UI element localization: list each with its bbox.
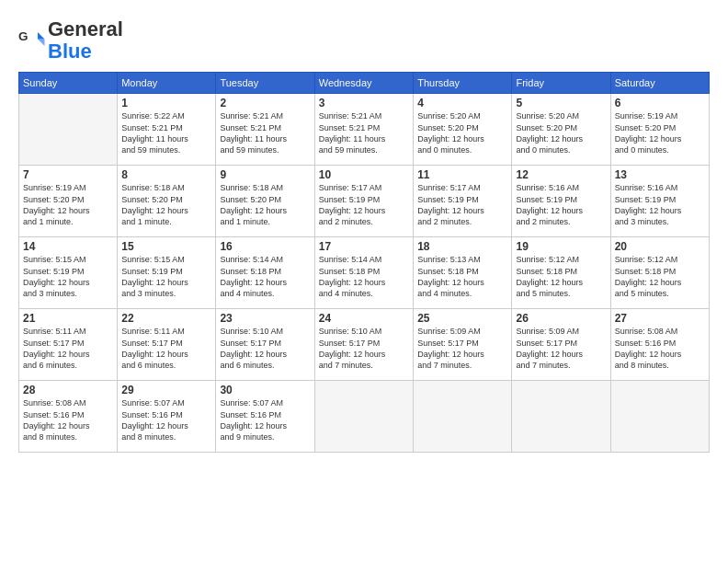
table-row: 1Sunrise: 5:22 AM Sunset: 5:21 PM Daylig…: [118, 94, 216, 166]
calendar-table: Sunday Monday Tuesday Wednesday Thursday…: [18, 72, 710, 453]
table-row: 2Sunrise: 5:21 AM Sunset: 5:21 PM Daylig…: [216, 94, 314, 166]
day-number: 30: [220, 384, 310, 396]
header: G General Blue: [18, 18, 710, 63]
day-number: 6: [615, 97, 705, 109]
day-info: Sunrise: 5:21 AM Sunset: 5:21 PM Dayligh…: [319, 110, 409, 155]
day-info: Sunrise: 5:08 AM Sunset: 5:16 PM Dayligh…: [23, 397, 113, 442]
calendar-week-row: 1Sunrise: 5:22 AM Sunset: 5:21 PM Daylig…: [19, 94, 710, 166]
day-info: Sunrise: 5:17 AM Sunset: 5:19 PM Dayligh…: [319, 182, 409, 227]
day-info: Sunrise: 5:09 AM Sunset: 5:17 PM Dayligh…: [516, 326, 606, 371]
day-number: 22: [121, 312, 211, 325]
col-friday: Friday: [512, 73, 610, 94]
day-number: 11: [417, 168, 507, 181]
table-row: 20Sunrise: 5:12 AM Sunset: 5:18 PM Dayli…: [610, 237, 709, 309]
day-number: 21: [23, 312, 113, 325]
day-number: 2: [220, 97, 310, 109]
day-number: 24: [319, 312, 409, 325]
day-info: Sunrise: 5:15 AM Sunset: 5:19 PM Dayligh…: [23, 254, 113, 299]
page: G General Blue Sunday Monday Tuesday Wed…: [0, 0, 728, 563]
logo-blue: Blue: [48, 40, 92, 63]
day-number: 1: [121, 97, 211, 109]
table-row: [610, 381, 709, 453]
svg-marker-1: [38, 32, 45, 40]
table-row: 28Sunrise: 5:08 AM Sunset: 5:16 PM Dayli…: [19, 381, 118, 453]
day-info: Sunrise: 5:12 AM Sunset: 5:18 PM Dayligh…: [615, 254, 705, 299]
day-number: 12: [516, 168, 606, 181]
day-number: 28: [23, 384, 113, 396]
table-row: [512, 381, 610, 453]
day-number: 7: [23, 168, 113, 181]
svg-text:G: G: [18, 29, 28, 43]
day-info: Sunrise: 5:21 AM Sunset: 5:21 PM Dayligh…: [220, 110, 310, 155]
table-row: 8Sunrise: 5:18 AM Sunset: 5:20 PM Daylig…: [118, 166, 216, 237]
logo-general: General: [48, 17, 123, 40]
table-row: 23Sunrise: 5:10 AM Sunset: 5:17 PM Dayli…: [216, 309, 314, 381]
day-info: Sunrise: 5:18 AM Sunset: 5:20 PM Dayligh…: [220, 182, 310, 227]
table-row: 12Sunrise: 5:16 AM Sunset: 5:19 PM Dayli…: [512, 166, 610, 237]
day-info: Sunrise: 5:15 AM Sunset: 5:19 PM Dayligh…: [121, 254, 211, 299]
table-row: 3Sunrise: 5:21 AM Sunset: 5:21 PM Daylig…: [314, 94, 413, 166]
table-row: 30Sunrise: 5:07 AM Sunset: 5:16 PM Dayli…: [216, 381, 314, 453]
table-row: 10Sunrise: 5:17 AM Sunset: 5:19 PM Dayli…: [314, 166, 413, 237]
table-row: 16Sunrise: 5:14 AM Sunset: 5:18 PM Dayli…: [216, 237, 314, 309]
table-row: 22Sunrise: 5:11 AM Sunset: 5:17 PM Dayli…: [118, 309, 216, 381]
day-number: 23: [220, 312, 310, 325]
day-number: 4: [417, 97, 507, 109]
svg-marker-2: [38, 40, 45, 47]
day-info: Sunrise: 5:16 AM Sunset: 5:19 PM Dayligh…: [516, 182, 606, 227]
col-wednesday: Wednesday: [314, 73, 413, 94]
table-row: 29Sunrise: 5:07 AM Sunset: 5:16 PM Dayli…: [118, 381, 216, 453]
calendar-week-row: 7Sunrise: 5:19 AM Sunset: 5:20 PM Daylig…: [19, 166, 710, 237]
day-info: Sunrise: 5:08 AM Sunset: 5:16 PM Dayligh…: [615, 326, 705, 371]
day-number: 20: [615, 240, 705, 253]
table-row: 11Sunrise: 5:17 AM Sunset: 5:19 PM Dayli…: [414, 166, 512, 237]
day-number: 15: [121, 240, 211, 253]
day-number: 5: [516, 97, 606, 109]
table-row: 27Sunrise: 5:08 AM Sunset: 5:16 PM Dayli…: [610, 309, 709, 381]
day-info: Sunrise: 5:11 AM Sunset: 5:17 PM Dayligh…: [121, 326, 211, 371]
day-number: 14: [23, 240, 113, 253]
table-row: 6Sunrise: 5:19 AM Sunset: 5:20 PM Daylig…: [610, 94, 709, 166]
calendar-week-row: 28Sunrise: 5:08 AM Sunset: 5:16 PM Dayli…: [19, 381, 710, 453]
table-row: 19Sunrise: 5:12 AM Sunset: 5:18 PM Dayli…: [512, 237, 610, 309]
table-row: 25Sunrise: 5:09 AM Sunset: 5:17 PM Dayli…: [414, 309, 512, 381]
day-number: 3: [319, 97, 409, 109]
day-number: 25: [417, 312, 507, 325]
logo-icon: G: [18, 27, 46, 54]
table-row: 18Sunrise: 5:13 AM Sunset: 5:18 PM Dayli…: [414, 237, 512, 309]
table-row: 9Sunrise: 5:18 AM Sunset: 5:20 PM Daylig…: [216, 166, 314, 237]
col-thursday: Thursday: [414, 73, 512, 94]
day-info: Sunrise: 5:19 AM Sunset: 5:20 PM Dayligh…: [23, 182, 113, 227]
day-info: Sunrise: 5:12 AM Sunset: 5:18 PM Dayligh…: [516, 254, 606, 299]
day-number: 19: [516, 240, 606, 253]
table-row: [314, 381, 413, 453]
col-monday: Monday: [118, 73, 216, 94]
day-info: Sunrise: 5:07 AM Sunset: 5:16 PM Dayligh…: [220, 397, 310, 442]
day-info: Sunrise: 5:17 AM Sunset: 5:19 PM Dayligh…: [417, 182, 507, 227]
day-info: Sunrise: 5:22 AM Sunset: 5:21 PM Dayligh…: [121, 110, 211, 155]
table-row: 4Sunrise: 5:20 AM Sunset: 5:20 PM Daylig…: [414, 94, 512, 166]
logo: G General Blue: [18, 18, 123, 63]
day-info: Sunrise: 5:11 AM Sunset: 5:17 PM Dayligh…: [23, 326, 113, 371]
col-sunday: Sunday: [19, 73, 118, 94]
day-number: 29: [121, 384, 211, 396]
day-info: Sunrise: 5:19 AM Sunset: 5:20 PM Dayligh…: [615, 110, 705, 155]
table-row: [414, 381, 512, 453]
table-row: 15Sunrise: 5:15 AM Sunset: 5:19 PM Dayli…: [118, 237, 216, 309]
calendar-week-row: 21Sunrise: 5:11 AM Sunset: 5:17 PM Dayli…: [19, 309, 710, 381]
day-info: Sunrise: 5:20 AM Sunset: 5:20 PM Dayligh…: [417, 110, 507, 155]
day-number: 10: [319, 168, 409, 181]
day-number: 13: [615, 168, 705, 181]
day-number: 8: [121, 168, 211, 181]
day-info: Sunrise: 5:07 AM Sunset: 5:16 PM Dayligh…: [121, 397, 211, 442]
day-number: 27: [615, 312, 705, 325]
day-info: Sunrise: 5:09 AM Sunset: 5:17 PM Dayligh…: [417, 326, 507, 371]
table-row: 5Sunrise: 5:20 AM Sunset: 5:20 PM Daylig…: [512, 94, 610, 166]
table-row: 14Sunrise: 5:15 AM Sunset: 5:19 PM Dayli…: [19, 237, 118, 309]
calendar-week-row: 14Sunrise: 5:15 AM Sunset: 5:19 PM Dayli…: [19, 237, 710, 309]
table-row: 24Sunrise: 5:10 AM Sunset: 5:17 PM Dayli…: [314, 309, 413, 381]
day-info: Sunrise: 5:16 AM Sunset: 5:19 PM Dayligh…: [615, 182, 705, 227]
day-info: Sunrise: 5:13 AM Sunset: 5:18 PM Dayligh…: [417, 254, 507, 299]
day-info: Sunrise: 5:18 AM Sunset: 5:20 PM Dayligh…: [121, 182, 211, 227]
table-row: 7Sunrise: 5:19 AM Sunset: 5:20 PM Daylig…: [19, 166, 118, 237]
